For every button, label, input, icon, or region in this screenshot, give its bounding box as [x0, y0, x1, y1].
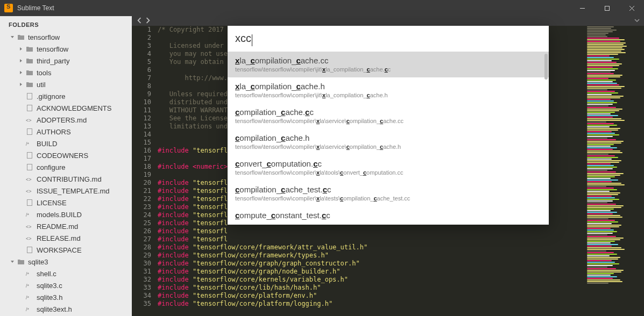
minimap-line	[587, 191, 610, 192]
goto-result-item[interactable]: compilation_cache.cctensorflow\tensorflo…	[228, 103, 549, 129]
chevron-right-icon[interactable]	[18, 46, 24, 52]
line-number[interactable]: 9	[132, 90, 158, 98]
line-number[interactable]: 35	[132, 300, 158, 308]
goto-result-item[interactable]: convert_computation.cctensorflow\tensorf…	[228, 155, 549, 181]
line-number[interactable]: 15	[132, 139, 158, 147]
code-line[interactable]: #include "tensorfl	[158, 235, 585, 243]
folder-tree-item[interactable]: third_party	[0, 55, 132, 67]
line-number[interactable]: 25	[132, 219, 158, 227]
line-number[interactable]: 6	[132, 66, 158, 74]
maximize-button[interactable]	[595, 0, 619, 16]
folder-tree-item[interactable]: util	[0, 78, 132, 90]
file-tree-item[interactable]: <>CONTRIBUTING.md	[0, 173, 132, 185]
file-tree-item[interactable]: /*models.BUILD	[0, 209, 132, 220]
chevron-right-icon[interactable]	[18, 58, 24, 63]
code-line[interactable]: #include "tensorflow/core/graph/node_bui…	[158, 268, 585, 276]
line-number[interactable]: 34	[132, 292, 158, 300]
line-number[interactable]: 7	[132, 74, 158, 82]
code-line[interactable]: #include "tensorflow/core/kernels/variab…	[158, 276, 585, 284]
line-number[interactable]: 32	[132, 276, 158, 284]
line-number[interactable]: 21	[132, 187, 158, 195]
line-number[interactable]: 8	[132, 82, 158, 90]
folder-tree-item[interactable]: tensorflow	[0, 43, 132, 55]
line-number[interactable]: 19	[132, 171, 158, 179]
file-tree-item[interactable]: /*sqlite3.c	[0, 279, 132, 291]
chevron-down-icon[interactable]	[10, 259, 15, 264]
code-line[interactable]: #include "tensorflow/core/platform/loggi…	[158, 300, 585, 308]
line-number[interactable]: 13	[132, 123, 158, 131]
tab-menu-icon[interactable]	[634, 17, 640, 25]
goto-result-item[interactable]: compute_constant_test.cc	[228, 206, 549, 225]
goto-result-filename: compute_constant_test.cc	[235, 211, 541, 220]
minimap-line	[587, 171, 616, 173]
line-number[interactable]: 33	[132, 284, 158, 292]
line-number[interactable]: 20	[132, 179, 158, 187]
code-line[interactable]: #include "tensorflow/core/platform/env.h…	[158, 292, 585, 300]
file-tree-item[interactable]: AUTHORS	[0, 126, 132, 138]
file-tree-item[interactable]: <>README.md	[0, 220, 132, 232]
tab-bar[interactable]	[132, 16, 644, 26]
goto-input[interactable]: xcc	[235, 35, 252, 44]
goto-result-item[interactable]: xla_compilation_cache.cctensorflow\tenso…	[228, 52, 549, 77]
nav-forward-icon[interactable]	[145, 17, 151, 25]
code-line[interactable]: #include "tensorflow/core/framework/attr…	[158, 243, 585, 252]
minimap[interactable]	[585, 26, 644, 316]
code-line[interactable]: #include "tensorflow/core/framework/type…	[158, 252, 585, 260]
file-tree-item[interactable]: <>RELEASE.md	[0, 232, 132, 244]
file-tree-item[interactable]: /*sqlite3ext.h	[0, 303, 132, 315]
file-tree-item[interactable]: <>ADOPTERS.md	[0, 114, 132, 126]
file-tree-item[interactable]: LICENSE	[0, 197, 132, 209]
minimize-button[interactable]	[570, 0, 595, 16]
line-number[interactable]: 27	[132, 235, 158, 243]
file-tree-item[interactable]: ACKNOWLEDGMENTS	[0, 102, 132, 114]
line-number[interactable]: 31	[132, 268, 158, 276]
line-number[interactable]: 16	[132, 147, 158, 155]
line-number[interactable]: 18	[132, 163, 158, 171]
line-number[interactable]: 26	[132, 227, 158, 235]
line-number[interactable]: 22	[132, 195, 158, 203]
line-number[interactable]: 17	[132, 155, 158, 163]
line-number[interactable]: 3	[132, 42, 158, 50]
line-gutter[interactable]: 1234567891011121314151617181920212223242…	[132, 26, 158, 316]
scrollbar-thumb[interactable]	[544, 54, 548, 80]
line-number[interactable]: 30	[132, 260, 158, 268]
goto-result-item[interactable]: xla_compilation_cache.htensorflow\tensor…	[228, 77, 549, 103]
titlebar[interactable]: Sublime Text	[0, 0, 644, 16]
nav-back-icon[interactable]	[136, 17, 143, 25]
line-number[interactable]: 24	[132, 211, 158, 219]
folder-tree-item[interactable]: tensorflow	[0, 31, 132, 43]
code-line[interactable]: #include "tensorflow/core/graph/graph_co…	[158, 260, 585, 268]
line-number[interactable]: 2	[132, 34, 158, 42]
goto-result-item[interactable]: compilation_cache.htensorflow\tensorflow…	[228, 129, 549, 155]
line-number[interactable]: 4	[132, 50, 158, 58]
goto-result-item[interactable]: compilation_cache_test.cctensorflow\tens…	[228, 181, 549, 206]
file-tree-item[interactable]: configure	[0, 161, 132, 173]
file-tree-item[interactable]: <>ISSUE_TEMPLATE.md	[0, 185, 132, 197]
code-line[interactable]: #include "tensorfl	[158, 227, 585, 235]
folder-tree-item[interactable]: sqlite3	[0, 256, 132, 268]
file-tree-item[interactable]: /*BUILD	[0, 138, 132, 149]
file-tree-item[interactable]: WORKSPACE	[0, 244, 132, 256]
line-number[interactable]: 12	[132, 114, 158, 123]
line-number[interactable]: 29	[132, 252, 158, 260]
chevron-down-icon[interactable]	[10, 34, 15, 40]
line-number[interactable]: 10	[132, 98, 158, 106]
file-tree-item[interactable]: /*sqlite3.h	[0, 291, 132, 303]
line-number[interactable]: 11	[132, 106, 158, 114]
file-tree-item[interactable]: .gitignore	[0, 90, 132, 102]
line-number[interactable]: 14	[132, 131, 158, 139]
line-number[interactable]: 23	[132, 203, 158, 211]
line-number[interactable]: 1	[132, 26, 158, 34]
line-number[interactable]: 5	[132, 58, 158, 66]
minimap-line	[587, 54, 618, 55]
code-line[interactable]: #include "tensorflow/core/lib/hash/hash.…	[158, 284, 585, 292]
chevron-right-icon[interactable]	[18, 82, 24, 87]
file-tree-item[interactable]: CODEOWNERS	[0, 149, 132, 161]
minimap-line	[587, 126, 610, 127]
close-button[interactable]	[619, 0, 644, 16]
minimap-line	[587, 228, 611, 229]
line-number[interactable]: 28	[132, 243, 158, 252]
chevron-right-icon[interactable]	[18, 70, 24, 75]
file-tree-item[interactable]: /*shell.c	[0, 268, 132, 279]
folder-tree-item[interactable]: tools	[0, 67, 132, 78]
